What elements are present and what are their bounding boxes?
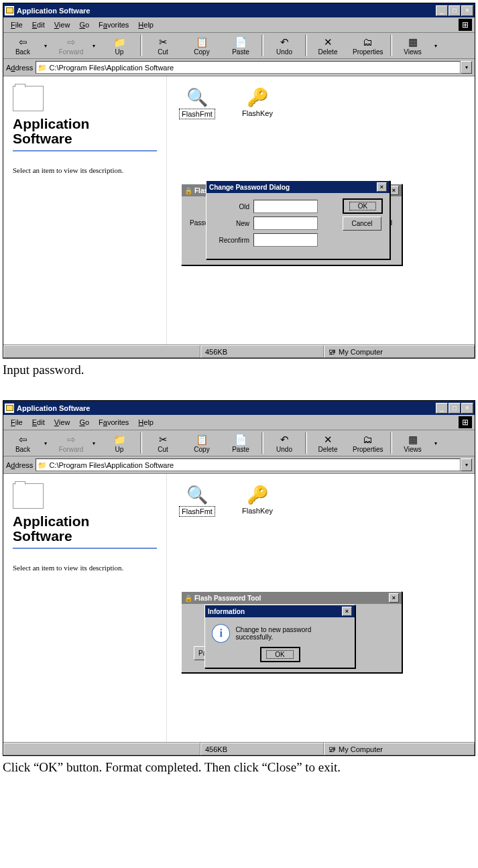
status-location: 🖳My Computer — [324, 743, 475, 755]
undo-button[interactable]: ↶Undo — [265, 430, 304, 456]
close-icon[interactable]: × — [389, 593, 399, 603]
separator — [140, 432, 142, 454]
bg-title-icon: 🔒 — [184, 187, 192, 194]
titlebar[interactable]: Application Software _ □ × — [3, 401, 475, 415]
back-icon: ⇦ — [19, 36, 27, 48]
properties-button[interactable]: 🗂Properties — [347, 32, 389, 59]
close-icon[interactable]: × — [377, 182, 387, 192]
dialog-title: Change Password Dialog — [209, 184, 377, 191]
menu-view[interactable]: View — [50, 417, 75, 428]
menu-file[interactable]: File — [6, 19, 27, 30]
file-label: FlashFmt — [179, 506, 215, 517]
titlebar[interactable]: Application Software _ □ × — [3, 3, 475, 17]
explorer-window-1: Application Software _ □ × File Edit Vie… — [3, 3, 475, 359]
paste-icon: 📄 — [235, 36, 247, 48]
info-pane: Application Software Select an item to v… — [3, 76, 167, 345]
views-button[interactable]: ▦Views — [394, 430, 432, 456]
paste-button[interactable]: 📄Paste — [221, 430, 260, 456]
cut-icon: ✂ — [159, 36, 168, 48]
views-dropdown[interactable]: ▾ — [432, 43, 442, 49]
properties-button[interactable]: 🗂Properties — [347, 430, 389, 456]
properties-icon: 🗂 — [363, 434, 373, 446]
window-title: Application Software — [17, 404, 436, 412]
folder-icon — [5, 6, 14, 15]
file-label: FlashKey — [240, 109, 275, 118]
old-password-input[interactable] — [253, 200, 318, 213]
menu-help[interactable]: Help — [133, 19, 158, 30]
back-dropdown[interactable]: ▾ — [42, 440, 52, 446]
change-password-dialog: Change Password Dialog × Old New Reconfi… — [206, 180, 390, 259]
content-area: Application Software Select an item to v… — [3, 474, 475, 742]
ok-button[interactable]: OK — [343, 198, 383, 214]
copy-icon: 📋 — [196, 36, 208, 48]
toolbar: ⇦Back ▾ ⇨Forward ▾ 📁Up ✂Cut 📋Copy 📄Paste… — [3, 32, 475, 59]
dialog-titlebar[interactable]: Information × — [205, 605, 355, 617]
address-dropdown[interactable]: ▾ — [461, 458, 472, 471]
minimize-button[interactable]: _ — [436, 403, 448, 414]
forward-icon: ⇨ — [67, 36, 76, 48]
separator — [140, 35, 142, 56]
menu-go[interactable]: Go — [74, 19, 94, 30]
windows-logo-icon — [459, 416, 472, 428]
cut-button[interactable]: ✂Cut — [143, 32, 182, 59]
up-button[interactable]: 📁Up — [100, 430, 139, 456]
menu-favorites[interactable]: Favorites — [94, 19, 133, 30]
reconfirm-password-input[interactable] — [253, 233, 318, 247]
forward-dropdown[interactable]: ▾ — [91, 43, 100, 49]
minimize-button[interactable]: _ — [436, 5, 448, 16]
computer-icon: 🖳 — [328, 745, 336, 753]
menubar: File Edit View Go Favorites Help — [3, 415, 475, 430]
menu-help[interactable]: Help — [133, 417, 158, 428]
separator — [390, 432, 392, 454]
views-dropdown[interactable]: ▾ — [432, 440, 442, 446]
separator — [261, 432, 263, 454]
cut-button[interactable]: ✂Cut — [143, 430, 182, 456]
menu-view[interactable]: View — [50, 19, 75, 30]
close-button[interactable]: × — [461, 5, 473, 16]
separator — [305, 432, 307, 454]
undo-button[interactable]: ↶Undo — [265, 32, 304, 59]
maximize-button[interactable]: □ — [449, 5, 461, 16]
address-label: Address — [6, 461, 33, 469]
statusbar: 456KB 🖳My Computer — [3, 345, 475, 358]
dialog-titlebar[interactable]: Change Password Dialog × — [206, 181, 390, 193]
cancel-button[interactable]: Cancel — [343, 216, 381, 231]
cut-icon: ✂ — [159, 434, 168, 446]
address-dropdown[interactable]: ▾ — [461, 61, 472, 74]
pane-title: Application Software — [13, 514, 157, 544]
address-field[interactable]: C:\Program Files\Application Software — [36, 458, 461, 471]
pane-title: Application Software — [13, 117, 157, 146]
menu-edit[interactable]: Edit — [27, 19, 50, 30]
address-field[interactable]: C:\Program Files\Application Software — [36, 61, 461, 74]
info-pane: Application Software Select an item to v… — [3, 474, 167, 742]
menu-edit[interactable]: Edit — [27, 417, 50, 428]
new-password-input[interactable] — [253, 216, 318, 230]
close-icon[interactable]: × — [342, 607, 352, 616]
information-dialog: Information × i Change to new password s… — [204, 605, 355, 668]
status-pane-1 — [3, 743, 200, 755]
back-dropdown[interactable]: ▾ — [42, 43, 52, 49]
paste-button[interactable]: 📄Paste — [221, 32, 260, 59]
address-path: C:\Program Files\Application Software — [49, 461, 174, 469]
info-icon: i — [212, 624, 230, 643]
undo-icon: ↶ — [280, 434, 289, 446]
menu-favorites[interactable]: Favorites — [94, 417, 133, 428]
forward-button: ⇨Forward — [52, 32, 91, 59]
maximize-button[interactable]: □ — [449, 403, 461, 414]
close-button[interactable]: × — [461, 403, 473, 414]
toolbar: ⇦Back ▾ ⇨Forward ▾ 📁Up ✂Cut 📋Copy 📄Paste… — [3, 430, 475, 456]
back-button[interactable]: ⇦Back — [3, 430, 42, 456]
menu-file[interactable]: File — [6, 417, 27, 428]
copy-button[interactable]: 📋Copy — [182, 430, 221, 456]
copy-button[interactable]: 📋Copy — [182, 32, 221, 59]
forward-dropdown[interactable]: ▾ — [91, 440, 100, 446]
delete-button[interactable]: ✕Delete — [308, 32, 347, 59]
file-label: FlashKey — [240, 506, 275, 515]
back-button[interactable]: ⇦Back — [3, 32, 42, 59]
delete-button[interactable]: ✕Delete — [308, 430, 347, 456]
close-icon[interactable]: × — [389, 186, 399, 195]
views-button[interactable]: ▦Views — [394, 32, 432, 59]
menu-go[interactable]: Go — [74, 417, 94, 428]
ok-button[interactable]: OK — [260, 647, 300, 662]
up-button[interactable]: 📁Up — [100, 32, 139, 59]
